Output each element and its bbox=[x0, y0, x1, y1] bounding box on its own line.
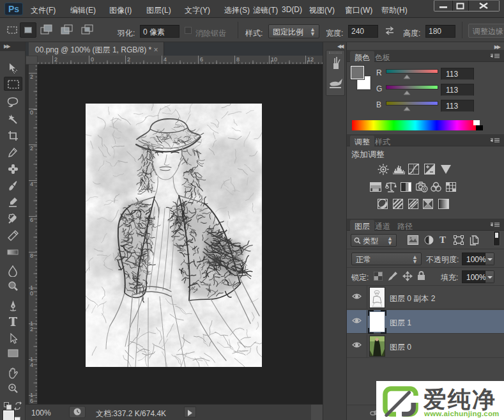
svg-text:6: 6 bbox=[200, 56, 203, 63]
svg-text:2: 2 bbox=[30, 145, 33, 152]
svg-text:2: 2 bbox=[30, 326, 33, 332]
svg-text:0: 0 bbox=[91, 56, 94, 63]
svg-text:10: 10 bbox=[271, 56, 277, 63]
svg-text:12: 12 bbox=[307, 56, 314, 63]
svg-text:8: 8 bbox=[236, 56, 240, 63]
svg-text:2: 2 bbox=[127, 56, 130, 63]
svg-text:2: 2 bbox=[54, 56, 57, 63]
svg-text:6: 6 bbox=[30, 217, 33, 223]
svg-text:2: 2 bbox=[30, 74, 33, 80]
svg-text:4: 4 bbox=[30, 181, 33, 187]
svg-text:0: 0 bbox=[30, 109, 33, 116]
svg-text:4: 4 bbox=[164, 56, 167, 63]
svg-text:4: 4 bbox=[30, 362, 33, 368]
svg-text:0: 0 bbox=[30, 290, 33, 297]
svg-text:6: 6 bbox=[30, 398, 33, 404]
svg-text:8: 8 bbox=[30, 253, 33, 259]
